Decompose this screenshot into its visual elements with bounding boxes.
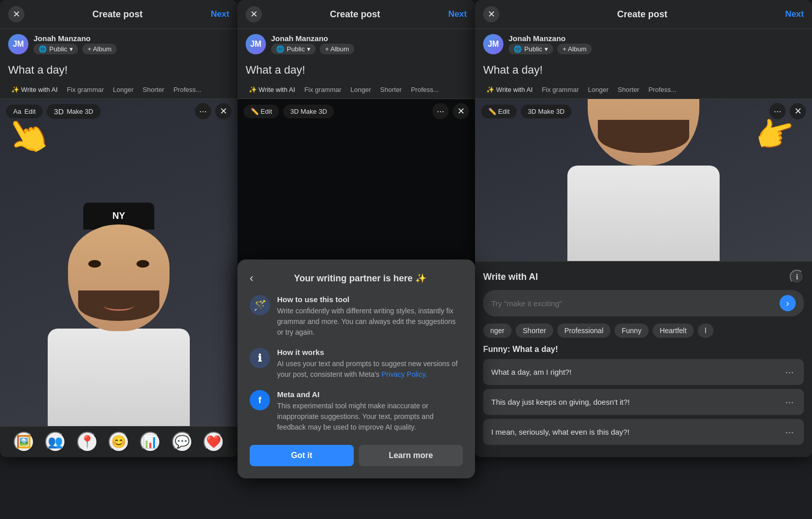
info-panel-back-button[interactable]: ‹ <box>250 272 253 285</box>
panel-1-more-button[interactable]: ··· <box>195 103 211 119</box>
location-icon-button[interactable]: 📍 <box>77 432 97 452</box>
info-panel-header: ‹ Your writing partner is here ✨ <box>250 272 463 285</box>
panel-2-avatar: JM <box>246 34 266 54</box>
panel-3-longer-button[interactable]: Longer <box>585 84 612 95</box>
panel-3: ✕ Create post Next JM Jonah Manzano 🌐 Pu… <box>475 0 812 457</box>
panel-2-image-close-button[interactable]: ✕ <box>453 103 469 119</box>
info-item-1-title: How to use this tool <box>277 295 463 304</box>
panel-3-shorter-button[interactable]: Shorter <box>615 84 642 95</box>
result-2-more-button[interactable]: ··· <box>783 396 796 408</box>
info-item-2-title: How it works <box>277 348 463 356</box>
panel-1-professional-button[interactable]: Profess... <box>171 84 205 95</box>
style-pills-row: nger Shorter Professional Funny Heartfel… <box>483 323 804 338</box>
privacy-policy-link[interactable]: Privacy Policy. <box>382 370 427 378</box>
result-3-more-button[interactable]: ··· <box>783 426 796 438</box>
result-section-title: Funny: What a day! <box>483 345 804 354</box>
photo-icon-button[interactable]: 🖼️ <box>14 432 34 452</box>
cube-icon: 3D <box>54 107 63 116</box>
panel-1-ai-toolbar: ✨ Write with AI Fix grammar Longer Short… <box>0 81 238 99</box>
panel-1-write-ai-button[interactable]: ✨ Write with AI <box>8 84 61 95</box>
panel-3-fix-grammar-button[interactable]: Fix grammar <box>539 84 582 95</box>
panel-1-image-area: Aa Aa Edit Edit 3D Make 3D ··· ✕ 👆 NY <box>0 99 238 426</box>
result-text-2: This day just keeps on giving, doesn't i… <box>491 398 783 406</box>
result-item-2[interactable]: This day just keeps on giving, doesn't i… <box>483 389 804 415</box>
result-text-3: I mean, seriously, what even is this day… <box>491 428 783 436</box>
panel-3-next-button[interactable]: Next <box>785 9 804 19</box>
style-pill-professional[interactable]: Professional <box>557 323 611 338</box>
panel-1-shorter-button[interactable]: Shorter <box>140 84 167 95</box>
panel-3-header: ✕ Create post Next <box>475 0 812 29</box>
panel-3-user-row: JM Jonah Manzano 🌐 Public ▾ + Album <box>475 29 812 59</box>
write-ai-subpanel: Write with AI ℹ › nger Shorter Professio… <box>475 261 812 457</box>
emoji-icon-button[interactable]: 😊 <box>109 432 129 452</box>
style-pill-shorter[interactable]: Shorter <box>516 323 553 338</box>
panel-1: ✕ Create post Next JM Jonah Manzano 🌐 Pu… <box>0 0 238 457</box>
panel-1-album-button[interactable]: + Album <box>82 44 116 54</box>
text-icon: Aa <box>13 108 21 115</box>
panel-3-write-ai-button[interactable]: ✨ Write with AI <box>483 84 536 95</box>
info-item-how-to-use: 🪄 How to use this tool Write confidently… <box>250 295 463 338</box>
info-panel: ‹ Your writing partner is here ✨ 🪄 How t… <box>238 260 475 478</box>
panel-3-privacy-button[interactable]: 🌐 Public ▾ <box>509 44 553 54</box>
panel-2-image-toolbar: ✏️ Edit 3D Make 3D ··· ✕ <box>238 99 475 123</box>
grid-icon-button[interactable]: 📊 <box>140 432 160 452</box>
write-ai-header: Write with AI ℹ <box>483 270 804 284</box>
panel-3-make3d-button[interactable]: 3D Make 3D <box>521 105 571 118</box>
panel-2-longer-button[interactable]: Longer <box>348 84 374 95</box>
panel-2-make3d-button[interactable]: 3D Make 3D <box>283 105 334 118</box>
panel-1-privacy-button[interactable]: 🌐 Public ▾ <box>33 44 78 54</box>
result-1-more-button[interactable]: ··· <box>783 366 796 378</box>
panel-1-fix-grammar-button[interactable]: Fix grammar <box>64 84 107 95</box>
panel-2-professional-button[interactable]: Profess... <box>408 84 442 95</box>
panel-3-ai-toolbar: ✨ Write with AI Fix grammar Longer Short… <box>475 81 812 99</box>
panel-3-avatar: JM <box>483 34 503 54</box>
learn-more-button[interactable]: Learn more <box>359 445 463 466</box>
write-ai-input[interactable] <box>491 299 780 308</box>
panel-2-user-row: JM Jonah Manzano 🌐 Public ▾ + Album <box>238 29 475 59</box>
panel-1-close-button[interactable]: ✕ <box>8 6 24 22</box>
globe-icon-3: 🌐 <box>514 45 522 53</box>
panel-3-title: Create post <box>499 9 785 20</box>
panel-1-image-close-button[interactable]: ✕ <box>215 103 231 119</box>
style-pill-extra[interactable]: l <box>698 323 714 338</box>
panel-3-album-button[interactable]: + Album <box>557 44 591 54</box>
panel-2-more-button[interactable]: ··· <box>432 103 449 119</box>
messenger-icon-button[interactable]: 💬 <box>172 432 192 452</box>
panel-3-professional-button[interactable]: Profess... <box>646 84 680 95</box>
globe-icon: 🌐 <box>39 45 47 53</box>
info-item-2-text: AI uses your text and prompts to suggest… <box>277 359 463 380</box>
panel-2-privacy-button[interactable]: 🌐 Public ▾ <box>271 44 316 54</box>
panel-1-longer-button[interactable]: Longer <box>110 84 137 95</box>
panel-2-close-button[interactable]: ✕ <box>246 6 262 22</box>
panel-1-header: ✕ Create post Next <box>0 0 238 29</box>
style-pill-funny[interactable]: Funny <box>615 323 649 338</box>
got-it-button[interactable]: Got it <box>250 445 354 466</box>
people-icon-button[interactable]: 👥 <box>45 432 65 452</box>
result-item-3[interactable]: I mean, seriously, what even is this day… <box>483 419 804 445</box>
panel-1-title: Create post <box>24 9 211 20</box>
style-pill-longer[interactable]: nger <box>483 323 512 338</box>
panel-2-shorter-button[interactable]: Shorter <box>377 84 405 95</box>
panel-2-fix-grammar-button[interactable]: Fix grammar <box>301 84 345 95</box>
panel-3-edit-button[interactable]: ✏️ Edit <box>481 105 517 118</box>
write-ai-submit-button[interactable]: › <box>780 295 796 311</box>
info-panel-buttons: Got it Learn more <box>250 445 463 466</box>
panel-1-next-button[interactable]: Next <box>211 9 229 19</box>
write-ai-info-button[interactable]: ℹ <box>790 270 804 284</box>
info-item-3-title: Meta and AI <box>277 390 463 399</box>
panel-2-write-ai-button[interactable]: ✨ Write with AI <box>246 84 298 95</box>
heart-icon-button[interactable]: ❤️ <box>204 432 224 452</box>
panel-2-title: Create post <box>262 9 448 20</box>
result-item-1[interactable]: What a day, am I right?! ··· <box>483 359 804 385</box>
panel-1-avatar: JM <box>8 34 28 54</box>
panel-2-album-button[interactable]: + Album <box>320 44 354 54</box>
chevron-down-icon-2: ▾ <box>307 45 311 53</box>
info-item-3-text: This experimental tool might make inaccu… <box>277 401 463 433</box>
panel-3-post-text: What a day! <box>475 59 812 81</box>
panel-2-next-button[interactable]: Next <box>448 9 467 19</box>
panel-2-edit-button[interactable]: ✏️ Edit <box>244 105 279 118</box>
panel-1-make3d-button[interactable]: 3D Make 3D <box>47 104 100 119</box>
panel-3-close-button[interactable]: ✕ <box>483 6 499 22</box>
panel-2-user-name: Jonah Manzano <box>271 34 354 43</box>
style-pill-heartfelt[interactable]: Heartfelt <box>653 323 694 338</box>
